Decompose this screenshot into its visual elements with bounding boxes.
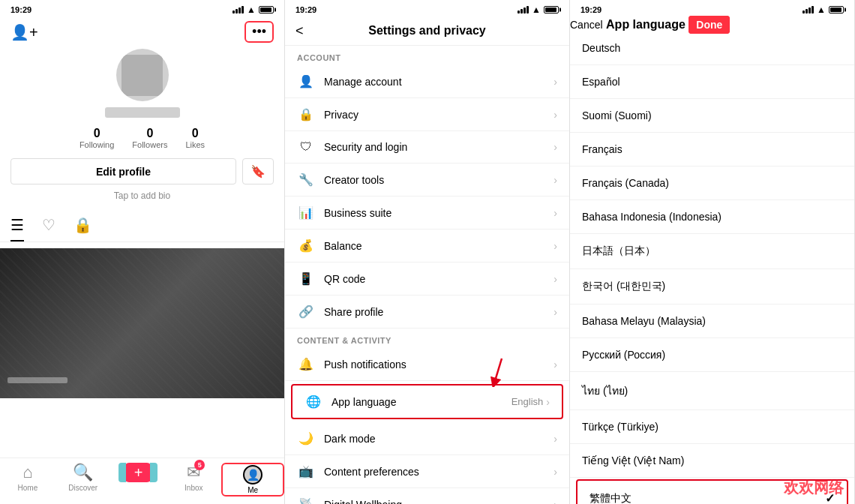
inbox-badge-container: ✉ 5 xyxy=(187,463,200,482)
lang-item-espanol[interactable]: Español xyxy=(570,65,854,99)
settings-business-suite[interactable]: 📊 Business suite › xyxy=(285,196,569,230)
nav-discover[interactable]: 🔍 Discover xyxy=(56,463,111,496)
business-suite-icon: 📊 xyxy=(297,206,315,220)
likes-count: 0 xyxy=(185,127,205,140)
chevron-icon-11: › xyxy=(554,433,557,445)
likes-label: Likes xyxy=(185,140,205,149)
digital-wellbeing-icon: 📡 xyxy=(297,497,315,504)
wifi-icon-3: ▲ xyxy=(817,4,826,15)
share-profile-icon: 🔗 xyxy=(297,304,315,319)
nav-add[interactable]: + xyxy=(111,463,166,496)
push-notif-label: Push notifications xyxy=(324,358,554,370)
manage-account-label: Manage account xyxy=(324,76,554,88)
lang-item-japanese[interactable]: 日本語（日本） xyxy=(570,234,854,269)
inbox-badge: 5 xyxy=(194,460,205,470)
wifi-icon: ▲ xyxy=(247,4,256,15)
tab-liked[interactable]: ♡ xyxy=(42,210,56,242)
settings-push-notifications[interactable]: 🔔 Push notifications › xyxy=(285,348,569,381)
settings-dark-mode[interactable]: 🌙 Dark mode › xyxy=(285,422,569,455)
followers-stat[interactable]: 0 Followers xyxy=(132,127,167,149)
lang-item-korean[interactable]: 한국어 (대한민국) xyxy=(570,269,854,304)
settings-content-pref[interactable]: 📺 Content preferences › xyxy=(285,455,569,488)
wifi-icon-2: ▲ xyxy=(532,4,541,15)
time-3: 19:29 xyxy=(580,5,602,14)
back-button[interactable]: < xyxy=(296,23,304,39)
qr-code-label: QR code xyxy=(324,273,554,285)
lang-item-vietnamese[interactable]: Tiếng Việt (Việt Nam) xyxy=(570,444,854,478)
video-thumbnail[interactable] xyxy=(0,248,284,398)
bookmark-button[interactable]: 🔖 xyxy=(242,158,274,184)
settings-digital-wellbeing[interactable]: 📡 Digital Wellbeing › xyxy=(285,488,569,504)
more-options-button[interactable]: ••• xyxy=(244,21,274,43)
nav-home[interactable]: ⌂ Home xyxy=(0,463,56,496)
settings-privacy[interactable]: 🔒 Privacy › xyxy=(285,98,569,131)
lang-item-francais-canada[interactable]: Français (Canada) xyxy=(570,166,854,200)
lang-item-suomi[interactable]: Suomi (Suomi) xyxy=(570,99,854,133)
settings-share-profile[interactable]: 🔗 Share profile › xyxy=(285,296,569,328)
edit-profile-button[interactable]: Edit profile xyxy=(10,158,236,184)
lang-item-turkish[interactable]: Türkçe (Türkiye) xyxy=(570,410,854,444)
settings-security[interactable]: 🛡 Security and login › xyxy=(285,131,569,164)
lang-name-suomi: Suomi (Suomi) xyxy=(582,110,652,122)
nav-inbox[interactable]: ✉ 5 Inbox xyxy=(166,463,221,496)
followers-label: Followers xyxy=(132,140,167,149)
me-avatar: 👤 xyxy=(243,465,262,484)
lang-name-deutsch: Deutsch xyxy=(582,42,620,54)
tab-private[interactable]: 🔒 xyxy=(74,210,92,242)
content-pref-label: Content preferences xyxy=(324,466,554,478)
chevron-icon-12: › xyxy=(554,466,557,478)
lang-item-bahasa-indonesia[interactable]: Bahasa Indonesia (Indonesia) xyxy=(570,200,854,234)
lang-item-deutsch[interactable]: Deutsch xyxy=(570,32,854,65)
settings-qr-code[interactable]: 📱 QR code › xyxy=(285,262,569,296)
nav-me[interactable]: 👤 Me xyxy=(221,463,284,496)
tab-videos[interactable]: ☰ xyxy=(10,210,24,242)
lang-item-francais[interactable]: Français xyxy=(570,133,854,166)
account-section-label: ACCOUNT xyxy=(285,46,569,65)
settings-manage-account[interactable]: 👤 Manage account › xyxy=(285,65,569,98)
status-icons-2: ▲ xyxy=(518,4,559,15)
business-suite-label: Business suite xyxy=(324,207,554,219)
chevron-icon-9: › xyxy=(554,358,557,370)
followers-count: 0 xyxy=(132,127,167,140)
status-bar-2: 19:29 ▲ xyxy=(285,0,569,18)
lang-item-malay[interactable]: Bahasa Melayu (Malaysia) xyxy=(570,304,854,338)
following-stat[interactable]: 0 Following xyxy=(80,127,114,149)
creator-tools-label: Creator tools xyxy=(324,174,554,186)
balance-label: Balance xyxy=(324,240,554,252)
add-user-icon[interactable]: 👤+ xyxy=(10,23,38,41)
chevron-icon-2: › xyxy=(554,109,557,121)
lang-item-russian[interactable]: Русский (Россия) xyxy=(570,338,854,372)
cancel-button[interactable]: Cancel xyxy=(570,19,603,31)
video-overlay xyxy=(0,248,284,398)
time: 19:29 xyxy=(10,5,32,14)
stats-row: 0 Following 0 Followers 0 Likes xyxy=(0,127,284,149)
add-button[interactable]: + xyxy=(124,463,152,482)
likes-stat[interactable]: 0 Likes xyxy=(185,127,205,149)
bottom-nav: ⌂ Home 🔍 Discover + ✉ 5 Inbox 👤 Me xyxy=(0,458,284,504)
chevron-icon-13: › xyxy=(554,499,557,505)
balance-icon: 💰 xyxy=(297,238,315,253)
lang-name-espanol: Español xyxy=(582,76,620,88)
settings-creator-tools[interactable]: 🔧 Creator tools › xyxy=(285,164,569,196)
qr-code-icon: 📱 xyxy=(297,272,315,286)
chevron-icon-10: › xyxy=(546,396,550,408)
chevron-icon: › xyxy=(554,76,557,88)
status-icons-3: ▲ xyxy=(802,4,844,15)
language-title: App language xyxy=(606,18,686,31)
settings-app-language[interactable]: 🌐 App language English › xyxy=(291,384,563,419)
username-placeholder xyxy=(105,107,180,118)
avatar xyxy=(116,49,169,101)
app-language-label: App language xyxy=(332,396,512,408)
lang-item-traditional-chinese[interactable]: 繁體中文 ✓ xyxy=(576,479,848,504)
discover-icon: 🔍 xyxy=(73,463,93,482)
lang-name-turkish: Türkçe (Türkiye) xyxy=(582,421,658,433)
add-bio-text[interactable]: Tap to add bio xyxy=(0,190,284,201)
video-grid xyxy=(0,248,284,458)
lang-name-russian: Русский (Россия) xyxy=(582,349,665,361)
app-language-value: English › xyxy=(512,396,550,408)
lang-name-malay: Bahasa Melayu (Malaysia) xyxy=(582,315,706,327)
following-label: Following xyxy=(80,140,114,149)
status-bar: 19:29 ▲ xyxy=(0,0,284,18)
lang-item-thai[interactable]: ไทย (ไทย) xyxy=(570,372,854,410)
settings-balance[interactable]: 💰 Balance › xyxy=(285,230,569,262)
